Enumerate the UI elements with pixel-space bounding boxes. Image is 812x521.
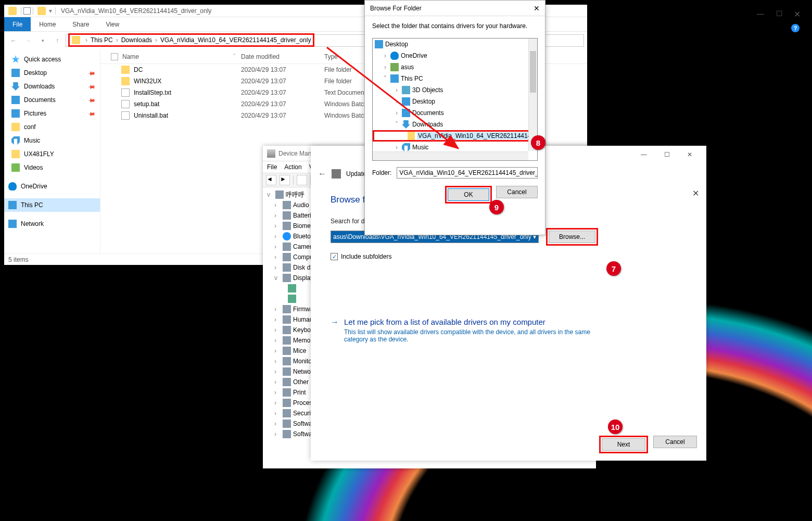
callout-8: 8 xyxy=(531,135,545,150)
device-icon xyxy=(283,409,291,417)
window-min[interactable]: — xyxy=(632,147,655,162)
music-icon xyxy=(11,136,20,145)
ok-highlight: OK xyxy=(445,186,492,204)
sidebar-this-pc[interactable]: This PC xyxy=(4,198,100,212)
bg-window-max[interactable]: ☐ xyxy=(776,9,783,18)
bff-close[interactable]: ✕ xyxy=(534,4,540,12)
pin-icon: 📌 xyxy=(87,109,96,118)
nav-forward[interactable]: → xyxy=(22,37,34,44)
cancel-button[interactable]: Cancel xyxy=(496,186,538,198)
sidebar-onedrive[interactable]: OneDrive xyxy=(4,180,100,193)
folder-icon xyxy=(11,123,20,131)
tb-fwd[interactable]: ► xyxy=(280,175,290,185)
browse-highlight: Browse... xyxy=(546,228,598,246)
qat-checkbox[interactable] xyxy=(23,7,31,15)
tb-1[interactable] xyxy=(297,175,307,185)
device-icon xyxy=(283,367,291,376)
folder-icon xyxy=(8,7,17,15)
user-icon xyxy=(390,63,399,71)
sidebar-desktop[interactable]: Desktop📌 xyxy=(4,66,100,80)
3d-icon xyxy=(402,86,410,94)
cancel-button[interactable]: Cancel xyxy=(653,436,697,448)
nav-back[interactable]: ← xyxy=(7,37,20,44)
text-file-icon xyxy=(121,88,130,97)
arrow-icon: → xyxy=(331,317,339,343)
next-button[interactable]: Next xyxy=(602,438,645,451)
network-icon xyxy=(8,220,17,228)
device-icon xyxy=(283,399,291,407)
devmgr-icon xyxy=(267,149,275,158)
tb-back[interactable]: ◄ xyxy=(266,175,276,185)
device-icon xyxy=(283,336,291,345)
device-icon xyxy=(283,357,291,365)
pin-icon: 📌 xyxy=(87,69,96,77)
device-icon xyxy=(283,420,291,428)
browse-button[interactable]: Browse... xyxy=(549,231,595,243)
dialog-close[interactable]: ✕ xyxy=(692,188,699,198)
sidebar-downloads[interactable]: Downloads📌 xyxy=(4,80,100,93)
sidebar-ux481fly[interactable]: UX481FLY xyxy=(4,147,100,161)
bluetooth-icon xyxy=(283,232,291,240)
selected-folder[interactable]: VGA_nVidia_Win10_64_VER2621144145 xyxy=(373,130,537,142)
desktop-icon xyxy=(402,97,410,106)
ribbon-view[interactable]: View xyxy=(97,21,128,28)
device-icon xyxy=(283,378,291,386)
sidebar-network[interactable]: Network xyxy=(4,217,100,231)
sidebar-videos[interactable]: Videos xyxy=(4,161,100,174)
window-close[interactable]: ✕ xyxy=(678,147,701,162)
wizard-footer: Next Cancel xyxy=(599,436,697,453)
select-all-checkbox[interactable] xyxy=(111,53,118,60)
sidebar-pictures[interactable]: Pictures📌 xyxy=(4,107,100,120)
folder-name-field[interactable]: VGA_nVidia_Win10_64_VER2621144145_driver… xyxy=(397,167,538,179)
ribbon-home[interactable]: Home xyxy=(31,21,64,28)
sidebar-quick-access[interactable]: Quick access xyxy=(4,53,100,66)
device-icon xyxy=(283,253,291,261)
callout-10: 10 xyxy=(608,420,623,434)
batch-file-icon xyxy=(121,111,130,120)
pc-icon xyxy=(390,74,399,83)
bg-window-min[interactable]: — xyxy=(757,9,764,18)
vertical-scrollbar[interactable] xyxy=(528,39,537,151)
device-icon xyxy=(283,305,291,313)
folder-label: Folder: xyxy=(372,169,391,176)
folder-tree[interactable]: Desktop ›OneDrive ›asus ˅This PC ›3D Obj… xyxy=(372,38,538,161)
menu-action[interactable]: Action xyxy=(284,163,301,171)
bff-message: Select the folder that contains drivers … xyxy=(365,16,545,36)
videos-icon xyxy=(11,163,20,172)
navigation-pane: Quick access Desktop📌 Downloads📌 Documen… xyxy=(4,49,100,253)
sidebar-documents[interactable]: Documents📌 xyxy=(4,93,100,107)
device-icon xyxy=(283,326,291,334)
nav-up[interactable]: ↑ xyxy=(51,37,64,44)
callout-9: 9 xyxy=(489,200,504,214)
menu-file[interactable]: File xyxy=(267,163,277,171)
horizontal-scrollbar[interactable] xyxy=(373,151,528,160)
device-icon xyxy=(283,211,291,220)
help-icon[interactable]: ? xyxy=(791,24,800,32)
nav-recent[interactable]: ▾ xyxy=(36,38,49,43)
ok-button[interactable]: OK xyxy=(448,188,489,201)
pick-from-list-option[interactable]: → Let me pick from a list of available d… xyxy=(331,317,687,343)
sidebar-conf[interactable]: conf xyxy=(4,120,100,134)
next-highlight: Next xyxy=(599,436,648,453)
folder-icon xyxy=(11,150,20,158)
documents-icon xyxy=(11,96,20,104)
include-subfolders-checkbox[interactable]: ✓ xyxy=(331,253,338,260)
ribbon-file[interactable]: File xyxy=(4,17,31,31)
device-icon xyxy=(283,243,291,251)
gpu-icon xyxy=(288,284,296,293)
ribbon-share[interactable]: Share xyxy=(64,21,97,28)
download-icon xyxy=(402,120,410,129)
wizard-back[interactable]: ← xyxy=(318,169,326,179)
folder-icon xyxy=(72,36,80,44)
device-icon xyxy=(283,201,291,209)
device-icon xyxy=(283,430,291,438)
bg-window-close[interactable]: ✕ xyxy=(794,9,801,19)
sidebar-music[interactable]: Music xyxy=(4,134,100,147)
device-icon xyxy=(283,347,291,355)
music-icon xyxy=(402,143,410,151)
window-max[interactable]: ☐ xyxy=(655,147,678,162)
folder-icon xyxy=(121,66,130,74)
display-icon xyxy=(283,274,291,282)
onedrive-icon xyxy=(8,182,17,190)
batch-file-icon xyxy=(121,100,130,108)
